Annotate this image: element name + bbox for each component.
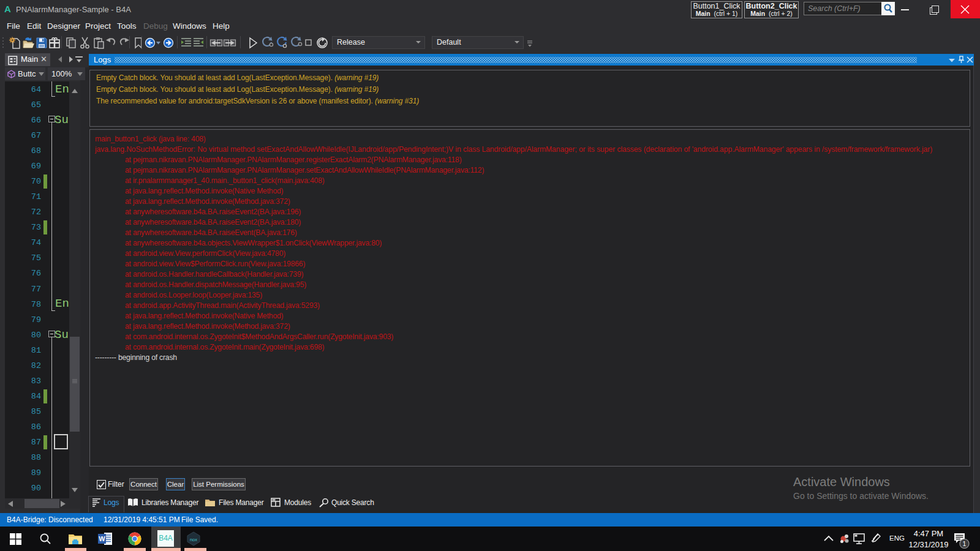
svg-text:1: 1 <box>963 540 967 547</box>
svg-text:nox: nox <box>190 537 197 542</box>
svg-text:W: W <box>99 535 105 542</box>
